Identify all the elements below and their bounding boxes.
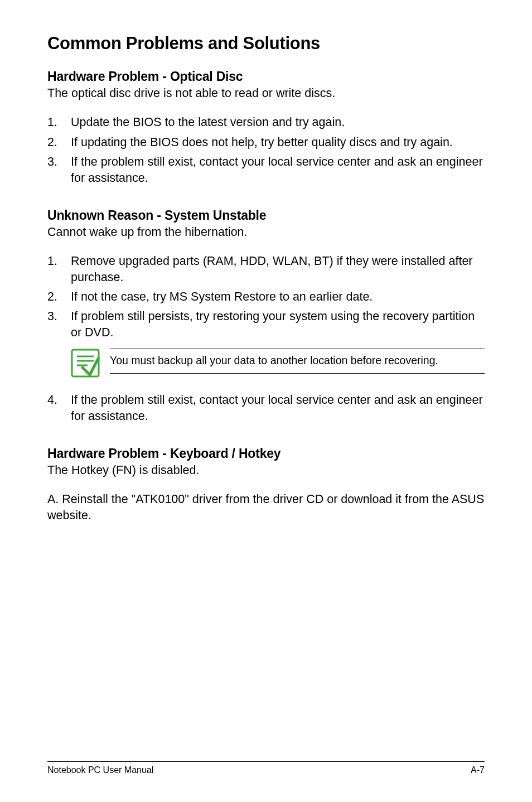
list-system-unstable-post: 4. If the problem still exist, contact y… [47, 392, 485, 424]
list-item: 2. If not the case, try MS System Restor… [47, 289, 485, 305]
list-system-unstable-pre: 1. Remove upgraded parts (RAM, HDD, WLAN… [47, 253, 485, 340]
list-number: 2. [47, 134, 71, 150]
note-block: You must backup all your data to another… [71, 344, 485, 382]
list-item: 3. If problem still persists, try restor… [47, 308, 485, 340]
subheading-keyboard-hotkey: Hardware Problem - Keyboard / Hotkey [47, 446, 485, 461]
list-number: 1. [47, 114, 71, 130]
list-item: 1. Remove upgraded parts (RAM, HDD, WLAN… [47, 253, 485, 285]
page-footer: Notebook PC User Manual A-7 [47, 761, 485, 775]
list-content: If problem still persists, try restoring… [71, 308, 485, 340]
subheading-system-unstable: Unknown Reason - System Unstable [47, 208, 485, 223]
list-item: 3. If the problem still exist, contact y… [47, 154, 485, 186]
list-number: 2. [47, 289, 71, 305]
note-icon [71, 349, 100, 378]
section-keyboard-hotkey: Hardware Problem - Keyboard / Hotkey The… [47, 446, 485, 523]
list-content: If the problem still exist, contact your… [71, 154, 485, 186]
page-title: Common Problems and Solutions [47, 33, 485, 54]
intro-optical-disc: The optical disc drive is not able to re… [47, 85, 485, 101]
para-keyboard-hotkey: A. Reinstall the "ATK0100" driver from t… [47, 491, 485, 523]
footer-right: A-7 [471, 765, 485, 775]
list-content: Update the BIOS to the latest version an… [71, 114, 485, 130]
list-number: 3. [47, 308, 71, 340]
list-item: 2. If updating the BIOS does not help, t… [47, 134, 485, 150]
list-optical-disc: 1. Update the BIOS to the latest version… [47, 114, 485, 186]
note-text: You must backup all your data to another… [110, 349, 485, 374]
list-content: If not the case, try MS System Restore t… [71, 289, 485, 305]
list-number: 1. [47, 253, 71, 285]
footer-left: Notebook PC User Manual [47, 765, 153, 775]
intro-keyboard-hotkey: The Hotkey (FN) is disabled. [47, 462, 485, 478]
list-content: If the problem still exist, contact your… [71, 392, 485, 424]
section-optical-disc: Hardware Problem - Optical Disc The opti… [47, 69, 485, 186]
subheading-optical-disc: Hardware Problem - Optical Disc [47, 69, 485, 84]
list-item: 4. If the problem still exist, contact y… [47, 392, 485, 424]
list-content: Remove upgraded parts (RAM, HDD, WLAN, B… [71, 253, 485, 285]
section-system-unstable: Unknown Reason - System Unstable Cannot … [47, 208, 485, 424]
list-content: If updating the BIOS does not help, try … [71, 134, 485, 150]
list-number: 4. [47, 392, 71, 424]
intro-system-unstable: Cannot wake up from the hibernation. [47, 224, 485, 240]
list-number: 3. [47, 154, 71, 186]
list-item: 1. Update the BIOS to the latest version… [47, 114, 485, 130]
